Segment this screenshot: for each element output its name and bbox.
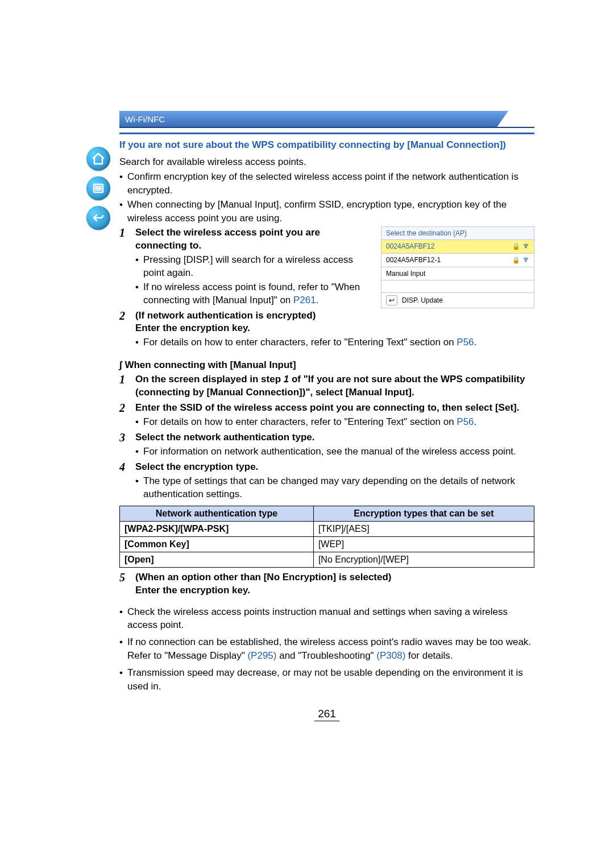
step-number: 2 bbox=[119, 402, 135, 429]
notes-section: Check the wireless access points instruc… bbox=[119, 605, 534, 693]
intro-bullet: Confirm encryption key of the selected w… bbox=[119, 170, 534, 197]
page-ref-link[interactable]: P56 bbox=[457, 416, 474, 427]
sidebar-nav bbox=[86, 147, 113, 235]
step-body: On the screen displayed in step 1 of "If… bbox=[135, 373, 534, 399]
table-cell: [Common Key] bbox=[120, 536, 314, 552]
page-ref-link[interactable]: P56 bbox=[457, 337, 474, 348]
note-bullet: Check the wireless access points instruc… bbox=[119, 605, 534, 633]
subsection-heading: When connecting with [Manual Input] bbox=[119, 359, 534, 371]
table-cell: [WEP] bbox=[313, 536, 534, 552]
wifi-icon bbox=[522, 242, 529, 251]
table-row: [Common Key][WEP] bbox=[120, 536, 534, 552]
svg-point-5 bbox=[525, 261, 526, 262]
home-icon[interactable] bbox=[86, 147, 110, 171]
ap-panel-title: Select the destination (AP) bbox=[381, 227, 534, 239]
page-ref-link[interactable]: (P308) bbox=[376, 650, 405, 661]
ap-ssid: 0024A5AFBF12-1 bbox=[386, 256, 441, 264]
step-body: (When an option other than [No Encryptio… bbox=[135, 571, 534, 597]
table-header: Network authentication type bbox=[120, 506, 314, 521]
step: 3Select the network authentication type.… bbox=[119, 431, 534, 458]
back-icon[interactable] bbox=[86, 206, 110, 230]
step-body: Select the wireless access point you are… bbox=[135, 226, 372, 307]
step-title: (If network authentication is encrypted)… bbox=[135, 310, 316, 334]
step-sub-bullet: For information on network authenticatio… bbox=[135, 445, 534, 458]
step-sub-bullet: For details on how to enter characters, … bbox=[135, 336, 534, 349]
step-title: On the screen displayed in step 1 of "If… bbox=[135, 374, 525, 398]
step-number: 1 bbox=[119, 226, 135, 307]
step-body: Enter the SSID of the wireless access po… bbox=[135, 402, 534, 429]
step-body: (If network authentication is encrypted)… bbox=[135, 309, 534, 350]
step-sub-bullet: If no wireless access point is found, re… bbox=[135, 281, 372, 307]
ap-footer-label: DISP. Update bbox=[402, 296, 443, 304]
ap-row[interactable]: 0024A5AFBF12-1🔒 bbox=[381, 253, 534, 267]
step: 2Enter the SSID of the wireless access p… bbox=[119, 402, 534, 429]
ap-selection-panel: Select the destination (AP) 0024A5AFBF12… bbox=[381, 226, 534, 308]
table-cell: [No Encryption]/[WEP] bbox=[313, 552, 534, 567]
step-number: 1 bbox=[119, 373, 135, 399]
step-number: 2 bbox=[119, 309, 135, 350]
lock-icon: 🔒 bbox=[512, 243, 520, 250]
table-header: Encryption types that can be set bbox=[313, 506, 534, 521]
step-body: Select the network authentication type.F… bbox=[135, 431, 534, 458]
page-content: Wi-Fi/NFC If you are not sure about the … bbox=[119, 111, 534, 720]
ap-ssid: Manual Input bbox=[386, 270, 425, 278]
step: 2(If network authentication is encrypted… bbox=[119, 309, 534, 350]
encryption-table: Network authentication typeEncryption ty… bbox=[119, 506, 534, 568]
step: 1On the screen displayed in step 1 of "I… bbox=[119, 373, 534, 399]
step: 1Select the wireless access point you ar… bbox=[119, 226, 372, 307]
step: 5(When an option other than [No Encrypti… bbox=[119, 571, 534, 597]
table-cell: [WPA2-PSK]/[WPA-PSK] bbox=[120, 521, 314, 536]
breadcrumb: Wi-Fi/NFC bbox=[125, 114, 165, 124]
step-number: 3 bbox=[119, 431, 135, 458]
step-number: 5 bbox=[119, 571, 135, 597]
svg-point-4 bbox=[525, 247, 526, 248]
step-number: 4 bbox=[119, 461, 135, 501]
table-row: [WPA2-PSK]/[WPA-PSK][TKIP]/[AES] bbox=[120, 521, 534, 536]
step-title: (When an option other than [No Encryptio… bbox=[135, 572, 392, 596]
ap-back-icon[interactable]: ↩ bbox=[386, 295, 397, 305]
ap-row[interactable]: Manual Input bbox=[381, 267, 534, 280]
step-body: Select the encryption type.The type of s… bbox=[135, 461, 534, 501]
page-ref-link[interactable]: (P295) bbox=[247, 650, 276, 661]
intro-text: Search for available wireless access poi… bbox=[119, 155, 534, 169]
step-sub-bullet: The type of settings that can be changed… bbox=[135, 475, 534, 501]
table-cell: [TKIP]/[AES] bbox=[313, 521, 534, 536]
lock-icon: 🔒 bbox=[512, 257, 520, 264]
table-cell: [Open] bbox=[120, 552, 314, 567]
step-sub-bullet: Pressing [DISP.] will search for a wirel… bbox=[135, 254, 372, 280]
intro-bullet: When connecting by [Manual Input], confi… bbox=[119, 198, 534, 225]
section-header: Wi-Fi/NFC bbox=[119, 111, 534, 128]
page-ref-link[interactable]: P261 bbox=[293, 295, 316, 305]
step-title: Enter the SSID of the wireless access po… bbox=[135, 402, 519, 413]
page-number: 261 bbox=[119, 708, 534, 720]
note-bullet: If no connection can be established, the… bbox=[119, 635, 534, 663]
table-row: [Open][No Encryption]/[WEP] bbox=[120, 552, 534, 567]
step-sub-bullet: For details on how to enter characters, … bbox=[135, 416, 534, 429]
step: 4Select the encryption type.The type of … bbox=[119, 461, 534, 501]
step-title: Select the wireless access point you are… bbox=[135, 227, 320, 251]
step-title: Select the encryption type. bbox=[135, 461, 258, 472]
divider bbox=[119, 133, 534, 134]
section-title: If you are not sure about the WPS compat… bbox=[119, 139, 534, 152]
ap-panel-footer: ↩ DISP. Update bbox=[381, 292, 534, 308]
wifi-icon bbox=[522, 256, 529, 264]
step-title: Select the network authentication type. bbox=[135, 432, 315, 443]
ap-ssid: 0024A5AFBF12 bbox=[386, 242, 434, 250]
note-bullet: Transmission speed may decrease, or may … bbox=[119, 666, 534, 693]
menu-icon[interactable] bbox=[86, 176, 110, 200]
ap-row[interactable]: 0024A5AFBF12🔒 bbox=[381, 239, 534, 253]
